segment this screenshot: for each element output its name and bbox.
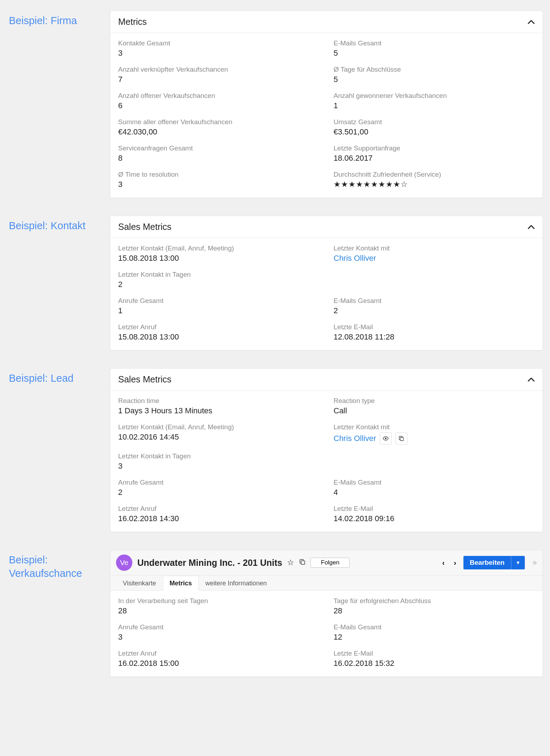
eye-icon[interactable] [380,432,392,445]
metric-emails-gesamt: E-Mails Gesamt 5 [334,39,535,58]
contact-link[interactable]: Chris Olliver [334,254,535,263]
tab-metrics[interactable]: Metrics [163,576,199,591]
section-label-kontakt: Beispiel: Kontakt [7,216,110,233]
metric-serviceanfragen: Serviceanfragen Gesamt 8 [118,144,319,163]
metric-anzahl-gewonnener: Anzahl gewonnener Verkaufschancen 1 [334,92,535,110]
metric-letzter-kontakt: Letzter Kontakt (Email, Anruf, Meeting) … [118,423,319,445]
metric-anzahl-offener: Anzahl offener Verkaufschancen 6 [118,92,319,110]
metric-emails-gesamt: E-Mails Gesamt 2 [334,297,535,315]
metric-reaction-time: Reaction time 1 Days 3 Hours 13 Minutes [118,397,319,415]
metric-kontakte-gesamt: Kontakte Gesamt 3 [118,39,319,58]
panel-body: Kontakte Gesamt 3 E-Mails Gesamt 5 Anzah… [110,33,543,198]
metric-letzter-anruf: Letzter Anruf 16.02.2018 15:00 [118,650,319,668]
edit-dropdown-icon[interactable]: ▼ [511,556,525,569]
opportunity-header: Ve Underwater Mining Inc. - 201 Units ☆ … [110,550,543,575]
section-firma: Beispiel: Firma Metrics Kontakte Gesamt … [7,11,543,198]
edit-button[interactable]: Bearbeiten [463,556,511,569]
metric-letzte-email: Letzte E-Mail 16.02.2018 15:32 [334,650,535,668]
metric-emails-gesamt: E-Mails Gesamt 12 [334,623,535,642]
metric-letzter-anruf: Letzter Anruf 15.08.2018 13:00 [118,323,319,342]
panel-kontakt: Sales Metrics Letzter Kontakt (Email, An… [110,216,543,351]
copy-icon[interactable] [299,559,306,567]
panel-header-firma[interactable]: Metrics [110,11,543,33]
panel-firma: Metrics Kontakte Gesamt 3 E-Mails Gesamt… [110,11,543,198]
metric-in-verarbeitung: In der Verarbeitung seit Tagen 28 [118,597,319,616]
metric-summe-offener: Summe aller offener Verkaufschancen €42.… [118,118,319,137]
chevron-up-icon[interactable] [528,222,535,232]
metric-anrufe-gesamt: Anrufe Gesamt 3 [118,623,319,642]
metric-anzahl-verknuepfter: Anzahl verknüpfter Verkaufschancen 7 [118,66,319,84]
metric-tage-abschluss: Tage für erfolgreichen Abschluss 28 [334,597,535,616]
favorite-star-icon[interactable]: ☆ [287,558,294,567]
metric-letzte-email: Letzte E-Mail 14.02.2018 09:16 [334,505,535,523]
tabs: Visitenkarte Metrics weitere Information… [110,575,543,591]
prev-record-icon[interactable]: ‹ [440,557,447,568]
panel-header-kontakt[interactable]: Sales Metrics [110,216,543,238]
chevron-up-icon[interactable] [528,375,535,384]
chevron-up-icon[interactable] [528,17,535,27]
svg-point-0 [385,438,386,439]
metric-reaction-type: Reaction type Call [334,397,535,415]
svg-rect-4 [301,561,305,564]
metric-durchschnitt-zufriedenheit: Durchschnitt Zufriedenheit (Service) ★★★… [334,171,535,189]
section-verkaufschance: Beispiel: Verkaufschance Ve Underwater M… [7,550,543,677]
section-label-firma: Beispiel: Firma [7,11,110,28]
section-kontakt: Beispiel: Kontakt Sales Metrics Letzter … [7,216,543,351]
star-rating: ★★★★★★★★★☆ [334,180,535,189]
panel-verkaufschance: Ve Underwater Mining Inc. - 201 Units ☆ … [110,550,543,677]
panel-body: Reaction time 1 Days 3 Hours 13 Minutes … [110,391,543,532]
section-label-lead: Beispiel: Lead [7,368,110,385]
tab-visitenkarte[interactable]: Visitenkarte [116,576,163,591]
next-record-icon[interactable]: › [452,557,458,568]
svg-rect-2 [400,437,403,441]
copy-icon[interactable] [395,432,407,445]
metric-letzter-kontakt-tagen: Letzter Kontakt in Tagen 2 [118,271,535,289]
metric-letzter-kontakt: Letzter Kontakt (Email, Anruf, Meeting) … [118,244,319,263]
metric-avg-time-resolution: Ø Time to resolution 3 [118,171,319,189]
panel-lead: Sales Metrics Reaction time 1 Days 3 Hou… [110,368,543,532]
metric-letzter-kontakt-mit: Letzter Kontakt mit Chris Olliver [334,423,535,445]
opportunity-title: Underwater Mining Inc. - 201 Units [137,558,282,568]
panel-body: In der Verarbeitung seit Tagen 28 Tage f… [110,591,543,677]
avatar: Ve [116,554,132,571]
metric-letzter-anruf: Letzter Anruf 16.02.2018 14:30 [118,505,319,523]
metric-anrufe-gesamt: Anrufe Gesamt 1 [118,297,319,315]
metric-letzte-supportanfrage: Letzte Supportanfrage 18.06.2017 [334,144,535,163]
panel-header-lead[interactable]: Sales Metrics [110,369,543,391]
metric-anrufe-gesamt: Anrufe Gesamt 2 [118,479,319,497]
panel-title: Metrics [118,17,147,27]
metric-letzter-kontakt-mit: Letzter Kontakt mit Chris Olliver [334,244,535,263]
panel-body: Letzter Kontakt (Email, Anruf, Meeting) … [110,238,543,350]
contact-link[interactable]: Chris Olliver [334,434,376,443]
metric-emails-gesamt: E-Mails Gesamt 4 [334,479,535,497]
metric-letzte-email: Letzte E-Mail 12.08.2018 11:28 [334,323,535,342]
panel-title: Sales Metrics [118,374,171,385]
section-label-verkaufschance: Beispiel: Verkaufschance [7,550,110,580]
metric-letzter-kontakt-tagen: Letzter Kontakt in Tagen 3 [118,452,535,471]
expand-sidebar-icon[interactable]: » [533,558,537,567]
metric-avg-tage-abschluesse: Ø Tage für Abschlüsse 5 [334,66,535,84]
metric-umsatz-gesamt: Umsatz Gesamt €3.501,00 [334,118,535,137]
panel-title: Sales Metrics [118,222,171,232]
section-lead: Beispiel: Lead Sales Metrics Reaction ti… [7,368,543,532]
tab-weitere-informationen[interactable]: weitere Informationen [199,576,274,591]
follow-button[interactable]: Folgen [310,558,350,568]
